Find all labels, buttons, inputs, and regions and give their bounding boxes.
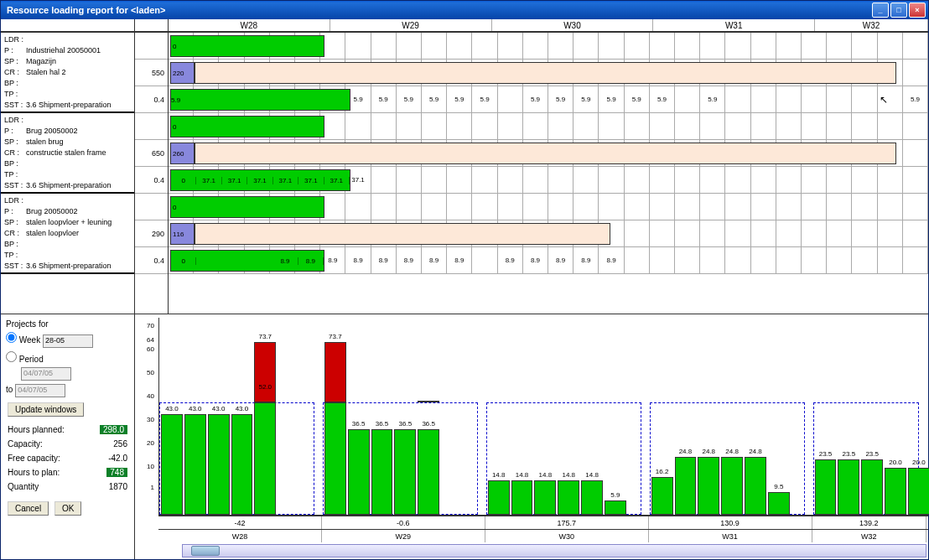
minimize-button[interactable]: _ xyxy=(872,3,889,18)
gantt-row: 8.98.98.98.98.98.98.98.98.98.98.90 8.98.… xyxy=(169,247,928,274)
gantt-row: 260 xyxy=(169,140,928,167)
week-header: W31 xyxy=(653,19,815,31)
close-button[interactable]: × xyxy=(909,3,926,18)
row-value: 650 xyxy=(135,140,168,167)
row-value: 0.4 xyxy=(135,167,168,194)
row-value: 0.4 xyxy=(135,86,168,113)
week-combo[interactable]: 28-05 xyxy=(43,334,93,348)
radio-period[interactable]: Period xyxy=(6,355,44,364)
summary-row: Hours to plan:748 xyxy=(8,466,127,479)
maximize-button[interactable]: □ xyxy=(890,3,907,18)
gantt-row: 0 xyxy=(169,113,928,140)
row-value xyxy=(135,194,168,220)
row-value: 290 xyxy=(135,220,168,247)
titlebar: Resource loading report for <laden> _ □ … xyxy=(1,1,928,19)
row-value xyxy=(135,113,168,140)
radio-week[interactable]: Week xyxy=(6,335,40,345)
summary-row: Quantity1870 xyxy=(8,480,127,493)
project-block: LDR :P :Brug 20050002SP :stalen brugCR :… xyxy=(1,113,134,194)
gantt-row: 37.1037.137.137.137.137.137.1 xyxy=(169,167,928,194)
projects-panel: Projects for Week 28-05 Period 04/07/05 … xyxy=(1,314,135,559)
week-header: W32 xyxy=(815,19,928,31)
ok-button[interactable]: OK xyxy=(54,501,81,516)
gantt-row: 0 xyxy=(169,33,928,60)
week-header: W30 xyxy=(492,19,654,31)
gantt-row: 220 xyxy=(169,60,928,86)
cursor-icon: ↖ xyxy=(880,94,888,106)
row-value xyxy=(135,33,168,60)
from-combo[interactable]: 04/07/05 xyxy=(21,367,71,381)
update-button[interactable]: Update windows xyxy=(8,402,84,417)
scroll-thumb[interactable] xyxy=(191,546,220,556)
window-title: Resource loading report for <laden> xyxy=(3,5,872,15)
chart-yaxis: 11020304050606470 xyxy=(135,318,157,526)
cancel-button[interactable]: Cancel xyxy=(8,501,49,516)
row-value: 550 xyxy=(135,60,168,86)
gantt-row: 116 xyxy=(169,220,928,247)
chart-free-row: -42-0.6175.7130.9139.2 xyxy=(158,516,928,529)
project-block: LDR :P :Brug 20050002SP :stalen loopvloe… xyxy=(1,194,134,274)
summary-row: Hours planned:298.0 xyxy=(8,423,127,436)
summary-row: Free capacity:-42.0 xyxy=(8,452,127,464)
panel-title: Projects for xyxy=(6,319,129,329)
to-combo[interactable]: 04/07/05 xyxy=(15,384,65,397)
gantt-row: 5.95.95.95.95.95.95.95.95.95.95.95.95.95… xyxy=(169,86,928,113)
horiz-scrollbar[interactable] xyxy=(182,544,926,557)
week-header: W28 xyxy=(169,19,330,31)
summary-row: Capacity:256 xyxy=(8,438,127,450)
row-value: 0.4 xyxy=(135,247,168,274)
week-header: W29 xyxy=(330,19,492,31)
chart-plot: 43.043.043.043.073.752.073.736.536.536.5… xyxy=(158,318,928,516)
gantt-row: 0 xyxy=(169,194,928,220)
project-block: LDR :P :Industriehal 20050001SP :Magazij… xyxy=(1,33,134,113)
chart-week-row: W28W29W30W31W32 xyxy=(158,529,928,542)
